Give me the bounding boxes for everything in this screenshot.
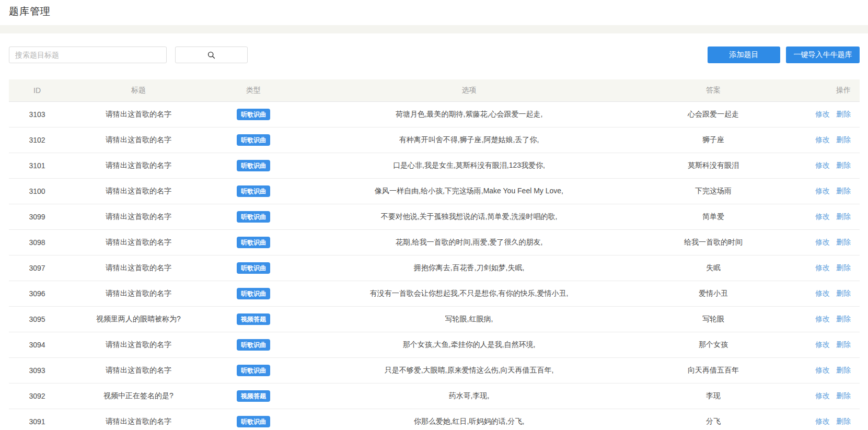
- type-badge: 视频答题: [237, 313, 270, 325]
- cell-actions: 修改删除: [784, 383, 860, 409]
- cell-options: 只是不够爱,大眼睛,原来爱情这么伤,向天再借五百年,: [295, 357, 643, 383]
- cell-type: 听歌识曲: [212, 332, 295, 357]
- cell-type: 听歌识曲: [212, 127, 295, 153]
- cell-options: 拥抱你离去,百花香,刀剑如梦,失眠,: [295, 255, 643, 281]
- cell-type: 听歌识曲: [212, 409, 295, 430]
- cell-title: 请猜出这首歌的名字: [65, 127, 212, 153]
- cell-title: 请猜出这首歌的名字: [65, 229, 212, 255]
- edit-link[interactable]: 修改: [815, 366, 830, 374]
- cell-id: 3100: [9, 178, 65, 204]
- cell-id: 3102: [9, 127, 65, 153]
- search-input[interactable]: [9, 47, 167, 63]
- cell-actions: 修改删除: [784, 178, 860, 204]
- cell-title: 请猜出这首歌的名字: [65, 204, 212, 229]
- cell-options: 药水哥,李现,: [295, 383, 643, 409]
- edit-link[interactable]: 修改: [815, 340, 830, 348]
- cell-id: 3091: [9, 409, 65, 430]
- delete-link[interactable]: 删除: [836, 263, 851, 272]
- edit-link[interactable]: 修改: [815, 161, 830, 169]
- import-bank-button[interactable]: 一键导入牛牛题库: [786, 47, 860, 63]
- cell-title: 请猜出这首歌的名字: [65, 281, 212, 306]
- cell-id: 3103: [9, 101, 65, 127]
- delete-link[interactable]: 删除: [836, 315, 851, 323]
- delete-link[interactable]: 删除: [836, 161, 851, 169]
- cell-answer: 简单爱: [643, 204, 784, 229]
- cell-title: 请猜出这首歌的名字: [65, 255, 212, 281]
- cell-actions: 修改删除: [784, 357, 860, 383]
- cell-type: 听歌识曲: [212, 281, 295, 306]
- type-badge: 听歌识曲: [237, 185, 270, 197]
- table-row: 3103请猜出这首歌的名字听歌识曲荷塘月色,最美的期待,紫藤花,心会跟爱一起走,…: [9, 101, 860, 127]
- table-row: 3091请猜出这首歌的名字听歌识曲你那么爱她,红日,听妈妈的话,分飞,分飞修改删…: [9, 409, 860, 430]
- table-row: 3095视频里两人的眼睛被称为?视频答题写轮眼,红眼病,写轮眼修改删除: [9, 306, 860, 332]
- cell-options: 那个女孩,大鱼,牵挂你的人是我,自然环境,: [295, 332, 643, 357]
- cell-options: 有没有一首歌会让你想起我,不只是想你,有你的快乐,爱情小丑,: [295, 281, 643, 306]
- cell-actions: 修改删除: [784, 281, 860, 306]
- cell-options: 口是心非,我是女生,莫斯科没有眼泪,123我爱你,: [295, 153, 643, 178]
- edit-link[interactable]: 修改: [815, 289, 830, 297]
- cell-id: 3093: [9, 357, 65, 383]
- edit-link[interactable]: 修改: [815, 238, 830, 246]
- cell-type: 听歌识曲: [212, 255, 295, 281]
- column-header-2: 类型: [212, 79, 295, 101]
- edit-link[interactable]: 修改: [815, 187, 830, 195]
- table-row: 3101请猜出这首歌的名字听歌识曲口是心非,我是女生,莫斯科没有眼泪,123我爱…: [9, 153, 860, 178]
- search-button[interactable]: [175, 47, 248, 63]
- cell-answer: 写轮眼: [643, 306, 784, 332]
- cell-options: 像风一样自由,给小孩,下完这场雨,Make You Feel My Love,: [295, 178, 643, 204]
- cell-title: 请猜出这首歌的名字: [65, 357, 212, 383]
- edit-link[interactable]: 修改: [815, 263, 830, 272]
- cell-title: 视频中正在签名的是?: [65, 383, 212, 409]
- delete-link[interactable]: 删除: [836, 289, 851, 297]
- cell-title: 请猜出这首歌的名字: [65, 332, 212, 357]
- type-badge: 视频答题: [237, 390, 270, 402]
- delete-link[interactable]: 删除: [836, 417, 851, 425]
- cell-title: 视频里两人的眼睛被称为?: [65, 306, 212, 332]
- cell-id: 3096: [9, 281, 65, 306]
- edit-link[interactable]: 修改: [815, 212, 830, 220]
- cell-type: 视频答题: [212, 306, 295, 332]
- cell-options: 不要对他说,关于孤独我想说的话,简单爱,洗澡时唱的歌,: [295, 204, 643, 229]
- cell-title: 请猜出这首歌的名字: [65, 153, 212, 178]
- question-table: ID标题类型选项答案操作 3103请猜出这首歌的名字听歌识曲荷塘月色,最美的期待…: [9, 79, 860, 430]
- edit-link[interactable]: 修改: [815, 417, 830, 425]
- cell-id: 3094: [9, 332, 65, 357]
- delete-link[interactable]: 删除: [836, 212, 851, 220]
- cell-answer: 莫斯科没有眼泪: [643, 153, 784, 178]
- delete-link[interactable]: 删除: [836, 135, 851, 144]
- type-badge: 听歌识曲: [237, 211, 270, 223]
- column-header-5: 操作: [784, 79, 860, 101]
- edit-link[interactable]: 修改: [815, 315, 830, 323]
- cell-actions: 修改删除: [784, 204, 860, 229]
- edit-link[interactable]: 修改: [815, 391, 830, 400]
- table-row: 3100请猜出这首歌的名字听歌识曲像风一样自由,给小孩,下完这场雨,Make Y…: [9, 178, 860, 204]
- cell-answer: 李现: [643, 383, 784, 409]
- table-row: 3092视频中正在签名的是?视频答题药水哥,李现,李现修改删除: [9, 383, 860, 409]
- cell-answer: 狮子座: [643, 127, 784, 153]
- add-question-button[interactable]: 添加题目: [708, 47, 780, 63]
- cell-title: 请猜出这首歌的名字: [65, 178, 212, 204]
- delete-link[interactable]: 删除: [836, 110, 851, 118]
- delete-link[interactable]: 删除: [836, 187, 851, 195]
- edit-link[interactable]: 修改: [815, 135, 830, 144]
- edit-link[interactable]: 修改: [815, 110, 830, 118]
- delete-link[interactable]: 删除: [836, 366, 851, 374]
- cell-type: 听歌识曲: [212, 229, 295, 255]
- type-badge: 听歌识曲: [237, 134, 270, 146]
- cell-type: 视频答题: [212, 383, 295, 409]
- cell-options: 有种离开叫舍不得,狮子座,阿楚姑娘,丢了你,: [295, 127, 643, 153]
- type-badge: 听歌识曲: [237, 365, 270, 376]
- cell-actions: 修改删除: [784, 229, 860, 255]
- page-title: 题库管理: [0, 0, 868, 25]
- delete-link[interactable]: 删除: [836, 238, 851, 246]
- cell-type: 听歌识曲: [212, 153, 295, 178]
- cell-options: 写轮眼,红眼病,: [295, 306, 643, 332]
- type-badge: 听歌识曲: [237, 160, 270, 171]
- cell-answer: 向天再借五百年: [643, 357, 784, 383]
- cell-answer: 爱情小丑: [643, 281, 784, 306]
- delete-link[interactable]: 删除: [836, 391, 851, 400]
- toolbar: 添加题目 一键导入牛牛题库: [9, 47, 860, 63]
- type-badge: 听歌识曲: [237, 109, 270, 120]
- table-row: 3093请猜出这首歌的名字听歌识曲只是不够爱,大眼睛,原来爱情这么伤,向天再借五…: [9, 357, 860, 383]
- delete-link[interactable]: 删除: [836, 340, 851, 348]
